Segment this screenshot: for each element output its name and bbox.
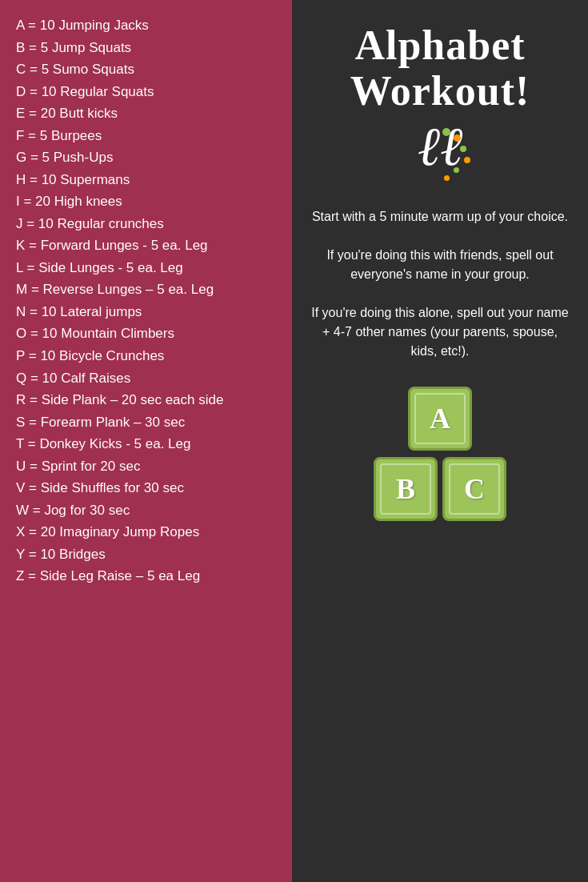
list-item: Z = Side Leg Raise – 5 ea Leg bbox=[16, 565, 279, 587]
left-panel: A = 10 Jumping JacksB = 5 Jump SquatsC =… bbox=[0, 0, 292, 882]
block-c: C bbox=[442, 457, 506, 521]
list-item: E = 20 Butt kicks bbox=[16, 102, 279, 125]
exercise-list: A = 10 Jumping JacksB = 5 Jump SquatsC =… bbox=[16, 14, 279, 587]
right-panel: Alphabet Workout! ℓℓ Start with a 5 minu… bbox=[292, 0, 588, 882]
list-item: P = 10 Bicycle Crunches bbox=[16, 345, 279, 367]
list-item: V = Side Shuffles for 30 sec bbox=[16, 477, 279, 499]
list-item: O = 10 Mountain Climbers bbox=[16, 323, 279, 345]
list-item: A = 10 Jumping Jacks bbox=[16, 14, 279, 37]
list-item: X = 20 Imaginary Jump Ropes bbox=[16, 521, 279, 543]
list-item: K = Forward Lunges - 5 ea. Leg bbox=[16, 235, 279, 257]
list-item: S = Forearm Plank – 30 sec bbox=[16, 411, 279, 434]
swirl-decoration: ℓℓ bbox=[388, 123, 492, 199]
list-item: N = 10 Lateral jumps bbox=[16, 301, 279, 323]
title-line2: Workout! bbox=[350, 68, 530, 114]
list-item: I = 20 High knees bbox=[16, 190, 279, 213]
title-line1: Alphabet bbox=[354, 22, 525, 68]
list-item: B = 5 Jump Squats bbox=[16, 37, 279, 59]
block-b: B bbox=[374, 457, 438, 521]
dot-decoration bbox=[460, 146, 466, 152]
list-item: Y = 10 Bridges bbox=[16, 543, 279, 566]
list-item: W = Jog for 30 sec bbox=[16, 499, 279, 522]
blocks-bottom-row: B C bbox=[374, 457, 506, 521]
list-item: H = 10 Supermans bbox=[16, 169, 279, 191]
dot-decoration bbox=[444, 175, 450, 181]
abc-blocks: A B C bbox=[374, 387, 506, 521]
list-item: D = 10 Regular Squats bbox=[16, 81, 279, 103]
list-item: Q = 10 Calf Raises bbox=[16, 367, 279, 390]
list-item: R = Side Plank – 20 sec each side bbox=[16, 389, 279, 411]
list-item: C = 5 Sumo Squats bbox=[16, 58, 279, 81]
block-a: A bbox=[408, 387, 472, 451]
blocks-top-row: A bbox=[408, 387, 472, 454]
list-item: U = Sprint for 20 sec bbox=[16, 455, 279, 478]
list-item: M = Reverse Lunges – 5 ea. Leg bbox=[16, 279, 279, 301]
workout-title: Alphabet Workout! bbox=[350, 22, 530, 114]
list-item: T = Donkey Kicks - 5 ea. Leg bbox=[16, 433, 279, 455]
info-alone: If you're doing this alone, spell out yo… bbox=[310, 303, 570, 361]
info-warmup: Start with a 5 minute warm up of your ch… bbox=[312, 207, 568, 227]
info-friends: If you're doing this with friends, spell… bbox=[310, 246, 570, 284]
list-item: G = 5 Push-Ups bbox=[16, 146, 279, 169]
list-item: L = Side Lunges - 5 ea. Leg bbox=[16, 257, 279, 279]
swirl-icon: ℓℓ bbox=[418, 119, 463, 174]
list-item: J = 10 Regular crunches bbox=[16, 213, 279, 235]
dot-decoration bbox=[464, 157, 470, 163]
list-item: F = 5 Burpees bbox=[16, 125, 279, 147]
